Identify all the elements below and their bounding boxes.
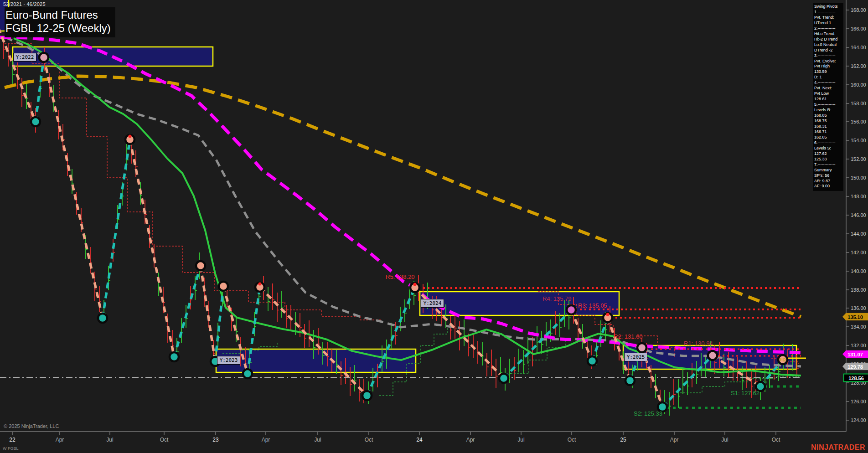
swing-pivots-panel-line: DTrend -2 <box>814 48 843 53</box>
price-tag-129.78: 129.78 <box>842 363 868 371</box>
level-label-s2: S2: 125.33 <box>634 410 662 417</box>
zigzag-down-leg <box>571 310 592 361</box>
swing-pivots-panel-line: Pvt High <box>814 64 843 69</box>
price-axis-label: 152.00 <box>851 156 866 162</box>
price-axis-label: 166.00 <box>851 26 866 31</box>
year-badge-Y-2025[interactable]: Y:2025 <box>624 353 647 361</box>
copyright-text: © 2025 NinjaTrader, LLC <box>4 423 59 429</box>
chart-canvas[interactable]: FD <box>0 0 868 453</box>
swing-pivots-panel-line: 168.85 <box>814 113 843 118</box>
pivot-high-marker[interactable] <box>219 282 228 291</box>
swing-pivots-info-panel: Swing Pivots1.-------------Pvt. Trend:UT… <box>813 3 843 191</box>
zigzag-down-leg <box>201 266 215 361</box>
time-axis-label: Jul <box>517 437 524 443</box>
pivot-low-marker[interactable] <box>31 117 40 126</box>
swing-pivots-panel-line: Lo:0 Neutral <box>814 42 843 48</box>
pivot-high-marker[interactable] <box>708 351 717 360</box>
swing-pivots-panel-line: Hi:-2 DTrend <box>814 37 843 42</box>
price-axis-label: 156.00 <box>851 119 866 124</box>
price-axis-label: 132.00 <box>851 343 866 348</box>
swing-pivots-panel-line: 4.------------- <box>814 80 843 86</box>
swing-pivots-panel-line: Swing Pivots <box>814 4 843 10</box>
price-axis-label: 124.00 <box>851 417 866 423</box>
year-badge-Y-2024[interactable]: Y:2024 <box>421 299 444 308</box>
pivot-low-marker[interactable] <box>243 369 252 378</box>
time-axis-label: Jul <box>314 437 321 443</box>
pivot-red-dot <box>413 283 417 286</box>
zigzag-up-leg <box>504 310 571 378</box>
time-axis-label: 23 <box>212 437 218 443</box>
price-axis-label: 140.00 <box>851 268 866 274</box>
swing-pivots-panel-line: 5.------------- <box>814 102 843 108</box>
swing-pivots-panel-line: 168.31 <box>814 124 843 129</box>
time-axis-label: Oct <box>365 437 373 443</box>
swing-pivots-panel-line: 7.------------- <box>814 162 843 168</box>
price-axis-label: 160.00 <box>851 82 866 88</box>
pivot-high-marker[interactable] <box>196 261 205 270</box>
time-axis-label: Jul <box>721 437 728 443</box>
swing-pivots-panel-line: 162.85 <box>814 135 843 140</box>
level-label-r3: R3: 135.05 <box>578 302 607 309</box>
swing-pivots-panel-line: D: 1 <box>814 75 843 80</box>
pivot-low-marker[interactable] <box>98 314 107 323</box>
pivot-low-marker[interactable] <box>499 374 508 383</box>
red-trail-stop-line <box>5 43 381 322</box>
swing-pivots-panel-line: Levels S: <box>814 146 843 151</box>
level-label-r4: R4: 135.79 <box>542 295 572 302</box>
visible-range-label: 52/2021 - 46/2025 <box>3 1 46 7</box>
swing-pivots-panel-line: SP's: 56 <box>814 173 843 179</box>
time-axis-label: Apr <box>56 437 64 443</box>
pivot-high-marker[interactable] <box>567 305 576 314</box>
swing-pivots-panel-line: HiLo Trend: <box>814 31 843 37</box>
pivot-high-marker[interactable] <box>39 53 48 62</box>
price-axis-label: 158.00 <box>851 101 866 106</box>
price-axis-label: 146.00 <box>851 212 866 218</box>
green-ma-line <box>14 38 801 376</box>
pivot-red-dot <box>606 313 610 316</box>
swing-pivots-panel-line: 1.------------- <box>814 10 843 15</box>
price-tag-131.07: 131.07 <box>842 350 868 358</box>
time-axis-label: Jul <box>106 437 113 443</box>
price-axis-label: 150.00 <box>851 175 866 180</box>
year-badge-Y-2022[interactable]: Y:2022 <box>13 53 36 62</box>
swing-pivots-panel-line: Levels R: <box>814 108 843 113</box>
level-label-r5: R5: 138.20 <box>386 273 415 280</box>
time-axis-label: Oct <box>160 437 169 443</box>
pivot-red-dot <box>129 135 132 138</box>
price-axis-label: 142.00 <box>851 250 866 255</box>
price-axis-label: 138.00 <box>851 287 866 293</box>
contract-and-period: FGBL 12-25 (Weekly) <box>5 21 111 35</box>
swing-pivots-panel-line: AR: 9.87 <box>814 179 843 184</box>
pivot-low-marker[interactable] <box>588 356 597 365</box>
price-axis-label: 164.00 <box>851 45 866 50</box>
level-label-s1: S1: 127.62 <box>731 390 760 396</box>
price-tag-128.56: 128.56 <box>843 374 868 382</box>
swing-pivots-panel-line: AF: 9.00 <box>814 184 843 189</box>
time-axis-label: 25 <box>620 437 626 443</box>
pivot-low-marker[interactable] <box>362 391 372 400</box>
swing-pivots-panel-line: 166.71 <box>814 129 843 135</box>
swing-pivots-panel-line: 130.59 <box>814 69 843 75</box>
price-axis-label: 126.00 <box>851 399 866 404</box>
zigzag-up-leg <box>174 266 201 357</box>
price-axis-label: 144.00 <box>851 231 866 237</box>
pivot-low-marker[interactable] <box>625 376 635 385</box>
gray-ma-line <box>5 37 801 366</box>
swing-pivots-panel-line: UTrend 1 <box>814 21 843 26</box>
year-badge-Y-2023[interactable]: Y:2023 <box>217 356 240 365</box>
instrument-name: Euro-Bund Futures <box>5 8 111 21</box>
zigzag-up-leg <box>103 139 130 318</box>
ninjatrader-logo: NINJATRADER <box>811 443 865 452</box>
time-axis-label: 22 <box>9 437 15 443</box>
zigzag-up-leg <box>36 57 44 122</box>
chart-window: FD 52/2021 - 46/2025 Euro-Bund Futures F… <box>0 0 868 453</box>
swing-pivots-panel-line: 6.------------- <box>814 140 843 146</box>
time-axis-label: 24 <box>416 437 422 443</box>
pivot-low-marker[interactable] <box>170 352 179 361</box>
price-axis-label: 162.00 <box>851 63 866 69</box>
pivot-high-marker[interactable] <box>637 343 646 352</box>
swing-pivots-panel-line: 127.62 <box>814 151 843 157</box>
swing-pivots-panel-line: 125.33 <box>814 157 843 162</box>
pivot-red-dot <box>258 283 262 286</box>
swing-pivots-panel-line: Pvt Low <box>814 91 843 97</box>
